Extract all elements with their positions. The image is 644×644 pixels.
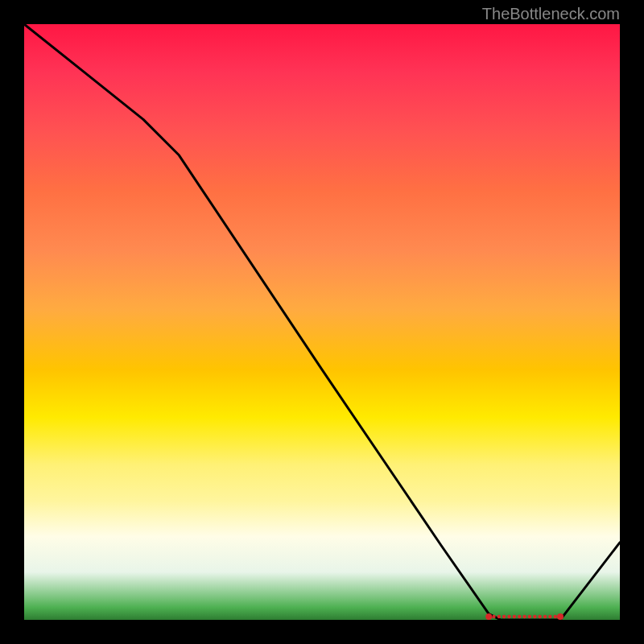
attribution-label: TheBottleneck.com [482,5,620,23]
chart-container: TheBottleneck.com [0,0,644,644]
plot-background [24,24,620,620]
